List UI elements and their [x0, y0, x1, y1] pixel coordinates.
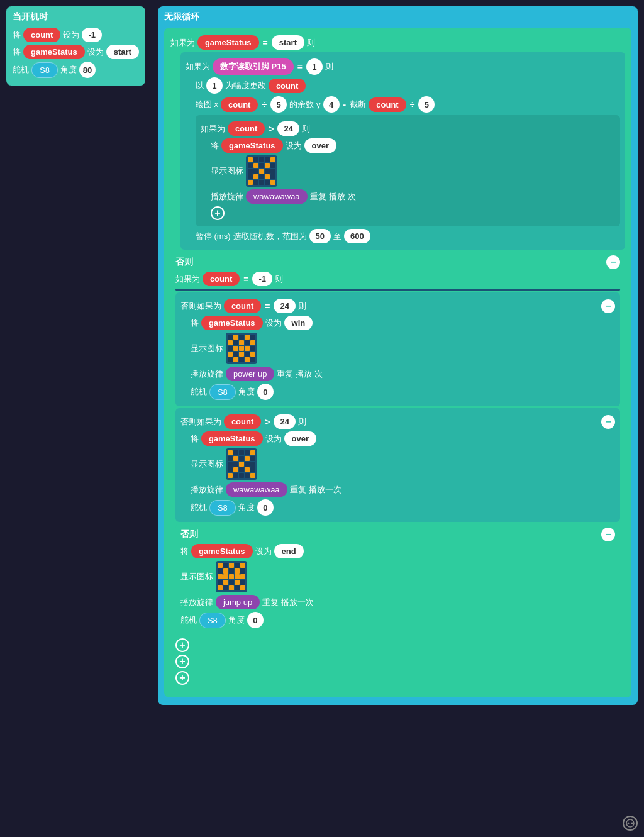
servo-row-3: 舵机 S8 角度 0: [191, 499, 615, 516]
pin-val: 1: [306, 58, 323, 75]
count-gt24[interactable]: count: [228, 121, 265, 136]
minus-btn-3[interactable]: −: [601, 415, 615, 429]
eq-op-1: =: [242, 274, 250, 284]
right-panel: 无限循环 如果为 gameStatus = start 则 如果为 数字读取引脚…: [158, 6, 638, 705]
play-melody-row-1: 播放旋律 wawawawaa 重复 播放 次: [211, 189, 615, 204]
servo-row-2: 舵机 S8 角度 0: [191, 384, 615, 400]
show-icon-row-1: 显示图标: [211, 155, 615, 187]
shewi-over: 设为: [286, 140, 302, 152]
remainder-label: 的余数: [289, 99, 314, 110]
repeat-label-2: 重复: [277, 369, 293, 380]
zero-val-3: 0: [247, 612, 264, 628]
else-if-label-1: 否则如果为: [180, 301, 221, 312]
set-width-row: 以 1 为幅度更改 count: [196, 77, 620, 94]
svg-point-1: [628, 823, 630, 824]
add-button-3[interactable]: +: [175, 655, 189, 668]
wawawawaa-val-2[interactable]: wawawawaa: [226, 482, 287, 497]
if-pin-section: 如果为 数字读取引脚 P15 = 1 则 以 1 为幅度更改 count: [180, 52, 625, 250]
if-label-3: 如果为: [201, 123, 225, 135]
div-op-1: ÷: [260, 99, 268, 109]
right-panel-title: 无限循环: [164, 11, 631, 23]
show-icon-label-2: 显示图标: [191, 343, 223, 354]
jump-up-val[interactable]: jump up: [216, 595, 260, 609]
set-gamestatus-end-row: 将 gameStatus 设为 end: [180, 544, 615, 558]
else-section-2: 否则 − 将 gameStatus 设为 end 显示图标: [175, 524, 620, 635]
gamestatus-var-r[interactable]: gameStatus: [197, 35, 259, 50]
gamestatus-var-left[interactable]: gameStatus: [23, 45, 85, 59]
draw-row: 绘图 x count ÷ 5 的余数 y 4 - 截断 count ÷ 5: [196, 96, 620, 113]
else-if-count-eq24: 否则如果为 count = 24 则 − 将 gameStatus 设为 win: [175, 292, 620, 406]
bottom-logo: [623, 816, 638, 831]
else-if-count-gt24-row: 否则如果为 count > 24 则 −: [180, 414, 615, 429]
count-draw-x[interactable]: count: [221, 97, 258, 112]
add-button-4[interactable]: +: [175, 671, 189, 685]
count-var-1[interactable]: count: [23, 28, 60, 42]
if-pin-block: 如果为 数字读取引脚 P15 = 1 则 以 1 为幅度更改 count: [180, 52, 625, 250]
random-label: 选取随机数，范围为: [233, 231, 307, 242]
angle-label-3: 角度: [238, 502, 255, 513]
servo-label-2: 舵机: [191, 386, 207, 397]
count-neg1[interactable]: count: [203, 272, 240, 286]
count-draw-y[interactable]: count: [369, 97, 406, 112]
then-2: 则: [325, 61, 333, 72]
svg-point-2: [631, 823, 633, 824]
zero-val-1: 0: [257, 384, 274, 400]
play-label-3: 播放一次: [309, 484, 341, 496]
count-eq24[interactable]: count: [224, 299, 261, 313]
add-button-1[interactable]: +: [211, 206, 225, 220]
minus-btn-4[interactable]: −: [601, 528, 615, 541]
s8-left[interactable]: S8: [31, 62, 58, 78]
play-melody-label-3: 播放旋律: [191, 484, 223, 496]
width-val: 1: [206, 77, 223, 94]
if-label-1: 如果为: [170, 37, 195, 48]
shewi-win: 设为: [265, 318, 282, 329]
s8-val-3[interactable]: S8: [209, 500, 236, 516]
gamestatus-end[interactable]: gameStatus: [191, 544, 253, 558]
shewi-label-1: 设为: [63, 30, 79, 41]
else-header-1: 否则 −: [175, 255, 620, 269]
win-val: win: [284, 316, 313, 330]
minus-btn-2[interactable]: −: [601, 299, 615, 313]
jiang-over2: 将: [191, 433, 199, 445]
power-up-val[interactable]: power up: [226, 367, 274, 381]
gamestatus-over2[interactable]: gameStatus: [201, 431, 263, 446]
left-panel-title: 当开机时: [13, 11, 139, 23]
zero-val-2: 0: [257, 499, 274, 516]
over2-val: over: [284, 431, 316, 446]
then-4: 则: [275, 274, 283, 285]
add-btn-row-2: +: [175, 638, 620, 652]
servo-label-4: 舵机: [180, 614, 197, 626]
gt-op-1: >: [267, 124, 275, 134]
wawawawaa-val-1[interactable]: wawawawaa: [246, 189, 308, 204]
then-3: 则: [302, 123, 310, 135]
servo-label-3: 舵机: [191, 502, 207, 513]
add-btn-row-4: +: [175, 671, 620, 685]
icon-grid-1: [246, 155, 277, 187]
for-width-label: 为幅度更改: [225, 80, 266, 91]
else-if-count-gt24: 否则如果为 count > 24 则 − 将 gameStatus 设为 ove…: [175, 408, 620, 522]
pin-read-label: 数字读取引脚 P15: [213, 58, 294, 75]
twentyfour-val-1: 24: [277, 121, 299, 136]
gamestatus-over[interactable]: gameStatus: [221, 138, 283, 153]
start-val-left: start: [106, 45, 139, 59]
show-icon-label-4: 显示图标: [180, 571, 213, 582]
s8-val-4[interactable]: S8: [199, 613, 226, 628]
minus-btn-1[interactable]: −: [606, 255, 620, 269]
gamestatus-win[interactable]: gameStatus: [201, 316, 263, 330]
angle-label-left: 角度: [60, 64, 77, 75]
angle-val-left: 80: [79, 62, 96, 78]
twentyfour-val-2: 24: [274, 299, 295, 313]
s8-val-2[interactable]: S8: [209, 384, 236, 400]
count-gt24-2[interactable]: count: [224, 414, 261, 429]
if-label-4: 如果为: [175, 274, 200, 285]
icon-grid-2: [226, 333, 257, 364]
servo-row-4: 舵机 S8 角度 0: [180, 612, 615, 628]
count-width[interactable]: count: [269, 79, 306, 93]
set-gamestatus-row: 将 gameStatus 设为 start: [13, 45, 139, 59]
add-button-2[interactable]: +: [175, 638, 189, 652]
play-label-1: 播放: [329, 191, 345, 202]
servo-label-left: 舵机: [13, 64, 29, 75]
four-val: 4: [323, 96, 340, 113]
if-gamestatus-row: 如果为 gameStatus = start 则: [170, 35, 625, 50]
show-icon-label-3: 显示图标: [191, 458, 223, 470]
